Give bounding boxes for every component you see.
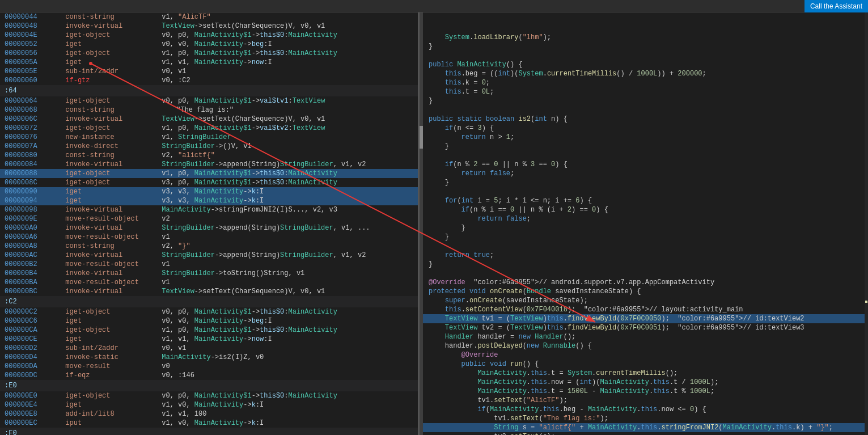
source-code-block: System.loadLibrary("lhm");}public MainAc… [423,12,868,435]
source-line: for(int i = 5; i * i <= n; i += 6) { [423,196,868,205]
source-line: public static boolean is2(int n) { [423,115,868,124]
table-row: 0000007Ainvoke-directStringBuilder->()V,… [0,142,418,151]
opcode-cell: move-result-object [62,214,159,223]
table-row: 000000CEigetv1, v1, MainActivity->now:I [0,335,418,344]
opcode-cell: const-string [62,105,159,115]
opcode-cell: sub-int/2addr [62,67,159,76]
source-line: this.k = 0; [423,78,868,87]
opcode-cell: iget-object [62,326,159,335]
opcode-cell: if-gtz [62,76,159,85]
table-row: 00000088iget-objectv1, p0, MainActivity$… [0,169,418,178]
source-line: this.beg = ((int)(System.currentTimeMill… [423,69,868,78]
address-cell: 0000006C [0,115,62,124]
opcode-cell: sub-int/2addr [62,344,159,353]
right-gutter [865,12,868,435]
args-cell: v0, v1 [159,67,418,76]
args-cell: v0, v1 [159,344,418,353]
source-line: super.onCreate(savedInstanceState); [423,296,868,305]
source-line: tv2.setText(s); [423,432,868,435]
opcode-cell: iget-object [62,49,159,58]
opcode-cell: add-int/lit8 [62,409,159,419]
opcode-cell: move-result-object [62,278,159,287]
opcode-cell: iget-object [62,31,159,40]
source-line: TextView tv2 = (TextView)this.findViewBy… [423,323,868,332]
table-row: 0000008Ciget-objectv3, p0, MainActivity$… [0,178,418,187]
opcode-cell: iget [62,58,159,67]
opcode-cell: move-result [62,362,159,371]
args-cell: v1, v1, 100 [159,409,418,419]
source-line: tv1.setText("The flag is:"); [423,414,868,423]
source-line: @Override "color:#6a9955">// android.sup… [423,278,868,287]
address-cell: 0000005A [0,58,62,67]
table-row: 000000ECiputv1, v0, MainActivity->k:I [0,419,418,428]
args-cell: StringBuilder->()V, v1 [159,142,418,151]
args-cell: v0, p0, MainActivity$1->this$0:MainActiv… [159,391,418,400]
args-cell: v1, "AlicTF" [159,12,418,22]
opcode-cell: iget-object [62,124,159,133]
address-cell: 000000B4 [0,269,62,278]
table-row: 0000009Emove-result-objectv2 [0,214,418,223]
address-cell: 000000B2 [0,260,62,269]
args-cell: v3, v3, MainActivity->k:I [159,187,418,196]
args-cell: "The flag is:" [159,105,418,115]
opcode-cell: invoke-virtual [62,160,159,169]
section-label: :64 [0,85,418,96]
table-row: 000000CAiget-objectv1, p0, MainActivity$… [0,326,418,335]
address-cell: 0000004E [0,31,62,40]
table-row: 000000E8add-int/lit8v1, v1, 100 [0,409,418,419]
table-row: 00000076new-instancev1, StringBuilder [0,133,418,142]
opcode-cell: invoke-virtual [62,205,159,214]
source-line: public void run() { [423,360,868,369]
section-label: :F0 [0,428,418,435]
call-assistant-button[interactable]: Call the Assistant [805,0,868,12]
args-cell: TextView->setText(CharSequence)V, v0, v1 [159,287,418,296]
source-line: return false; [423,214,868,223]
table-row: 000000BCinvoke-virtualTextView->setText(… [0,287,418,296]
table-row: 0000005Aigetv1, v1, MainActivity->now:I [0,58,418,67]
address-cell: 000000DA [0,362,62,371]
args-cell: v0, v0, MainActivity->beg:I [159,40,418,49]
section-label: :C2 [0,296,418,307]
address-cell: 00000056 [0,49,62,58]
source-line: } [423,233,868,242]
address-cell: 000000C2 [0,307,62,316]
address-cell: 00000060 [0,76,62,85]
address-cell: 00000098 [0,205,62,214]
source-line [423,269,868,278]
table-row: 000000C6igetv0, v0, MainActivity->beg:I [0,316,418,326]
args-cell: StringBuilder->append(String)StringBuild… [159,251,418,260]
table-row: 000000A0invoke-virtualStringBuilder->app… [0,223,418,233]
table-row: 00000094igetv3, v3, MainActivity->k:I [0,196,418,205]
address-cell: 00000088 [0,169,62,178]
source-line: this.t = 0L; [423,87,868,96]
address-cell: 00000076 [0,133,62,142]
args-cell: MainActivity->is2(I)Z, v0 [159,353,418,362]
args-cell: v1, v1, MainActivity->now:I [159,58,418,67]
args-cell: v0, :146 [159,371,418,380]
table-row: :C2 [0,296,418,307]
source-line: @Override [423,350,868,360]
source-line: } [423,178,868,187]
address-cell: 00000090 [0,187,62,196]
args-cell: TextView->setText(CharSequence)V, v0, v1 [159,115,418,124]
table-row: 00000084invoke-virtualStringBuilder->app… [0,160,418,169]
table-row: 0000006Cinvoke-virtualTextView->setText(… [0,115,418,124]
opcode-cell: iget-object [62,307,159,316]
opcode-cell: invoke-direct [62,142,159,151]
table-row: :E0 [0,380,418,391]
table-row: 00000048invoke-virtualTextView->setText(… [0,22,418,31]
opcode-cell: const-string [62,12,159,22]
table-row: 000000D2sub-int/2addrv0, v1 [0,344,418,353]
table-row: 000000E0iget-objectv0, p0, MainActivity$… [0,391,418,400]
table-row: 00000052igetv0, v0, MainActivity->beg:I [0,40,418,49]
address-cell: 00000080 [0,151,62,160]
source-line [423,105,868,115]
table-row: :F0 [0,428,418,435]
args-cell: v1, StringBuilder [159,133,418,142]
opcode-cell: iget [62,187,159,196]
address-cell: 000000D4 [0,353,62,362]
opcode-cell: iget [62,40,159,49]
source-line: if(MainActivity.this.beg - MainActivity.… [423,405,868,414]
opcode-cell: iput [62,419,159,428]
args-cell: v2 [159,214,418,223]
